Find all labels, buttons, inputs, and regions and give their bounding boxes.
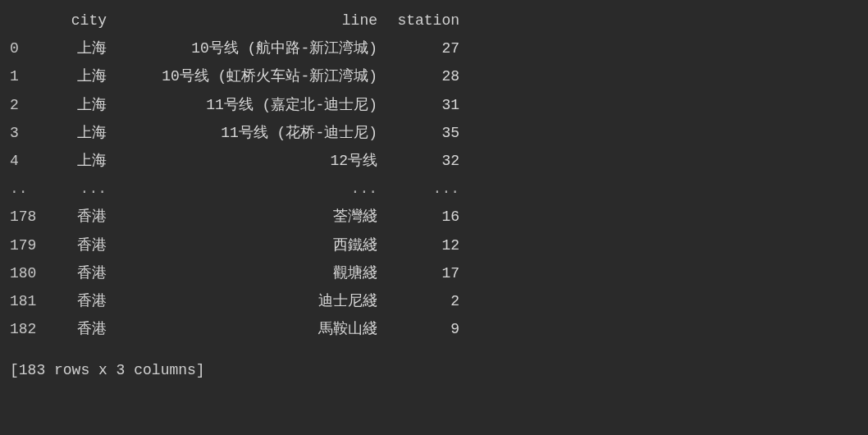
header-city: city [48, 7, 107, 34]
table-row: 4 上海 12号线 32 [10, 147, 858, 175]
cell-station: 12 [377, 231, 459, 259]
cell-station: 27 [377, 34, 459, 62]
cell-line: 10号线 (虹桥火车站-新江湾城) [107, 62, 377, 90]
table-row: 182 香港 馬鞍山綫 9 [10, 315, 858, 343]
cell-station: 31 [377, 91, 459, 119]
table-row: 2 上海 11号线 (嘉定北-迪士尼) 31 [10, 91, 858, 119]
table-row: 180 香港 觀塘綫 17 [10, 259, 858, 287]
cell-station: 28 [377, 62, 459, 90]
cell-line: 11号线 (花桥-迪士尼) [107, 119, 377, 147]
table-row: 0 上海 10号线 (航中路-新江湾城) 27 [10, 34, 858, 62]
cell-index: 0 [10, 34, 48, 62]
cell-index: 180 [10, 259, 48, 287]
cell-station: 9 [377, 315, 459, 343]
cell-line: 迪士尼綫 [107, 287, 377, 315]
cell-line: 馬鞍山綫 [107, 315, 377, 343]
cell-city: 香港 [48, 315, 107, 343]
table-row: 1 上海 10号线 (虹桥火车站-新江湾城) 28 [10, 62, 858, 90]
cell-station: 35 [377, 119, 459, 147]
cell-index: 181 [10, 287, 48, 315]
cell-station: 32 [377, 147, 459, 175]
dataframe-summary: [183 rows x 3 columns] [10, 356, 858, 384]
cell-city: 香港 [48, 203, 107, 231]
cell-city: 上海 [48, 34, 107, 62]
cell-city: 香港 [48, 287, 107, 315]
header-station: station [377, 7, 459, 34]
ellipsis-station: ... [377, 175, 459, 203]
table-row: 3 上海 11号线 (花桥-迪士尼) 35 [10, 119, 858, 147]
table-header: city line station [10, 7, 858, 34]
cell-line: 11号线 (嘉定北-迪士尼) [107, 91, 377, 119]
cell-city: 上海 [48, 91, 107, 119]
cell-line: 西鐵綫 [107, 231, 377, 259]
cell-station: 2 [377, 287, 459, 315]
table-row: 181 香港 迪士尼綫 2 [10, 287, 858, 315]
ellipsis-index: .. [10, 175, 48, 203]
cell-station: 17 [377, 259, 459, 287]
header-line: line [107, 7, 377, 34]
cell-index: 1 [10, 62, 48, 90]
cell-index: 178 [10, 203, 48, 231]
cell-city: 上海 [48, 119, 107, 147]
cell-line: 觀塘綫 [107, 259, 377, 287]
table-ellipsis-row: .. ... ... ... [10, 175, 858, 203]
cell-index: 3 [10, 119, 48, 147]
cell-index: 4 [10, 147, 48, 175]
cell-city: 香港 [48, 259, 107, 287]
cell-line: 10号线 (航中路-新江湾城) [107, 34, 377, 62]
cell-index: 179 [10, 231, 48, 259]
cell-line: 荃灣綫 [107, 203, 377, 231]
ellipsis-line: ... [107, 175, 377, 203]
cell-station: 16 [377, 203, 459, 231]
table-row: 179 香港 西鐵綫 12 [10, 231, 858, 259]
cell-city: 上海 [48, 147, 107, 175]
cell-line: 12号线 [107, 147, 377, 175]
ellipsis-city: ... [48, 175, 107, 203]
table-row: 178 香港 荃灣綫 16 [10, 203, 858, 231]
dataframe-output: city line station 0 上海 10号线 (航中路-新江湾城) 2… [10, 7, 858, 343]
cell-city: 香港 [48, 231, 107, 259]
cell-index: 2 [10, 91, 48, 119]
cell-city: 上海 [48, 62, 107, 90]
cell-index: 182 [10, 315, 48, 343]
